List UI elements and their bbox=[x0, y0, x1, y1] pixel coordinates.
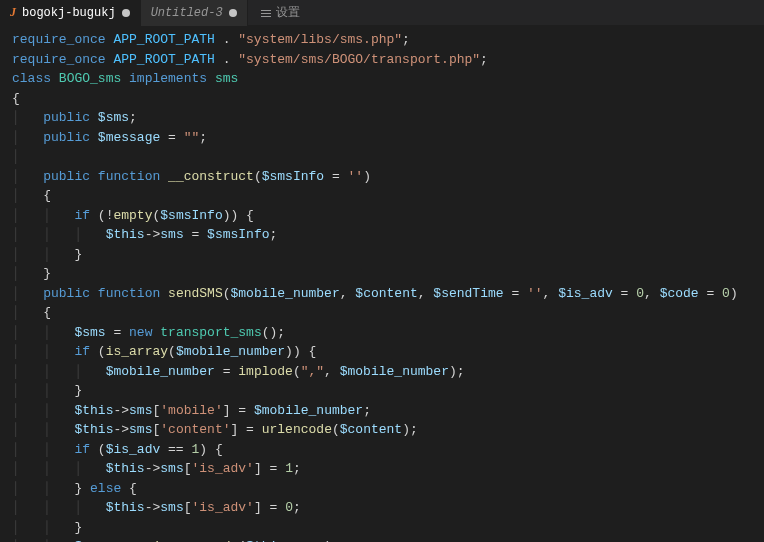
token-var: $smsInfo bbox=[160, 208, 222, 223]
token-punc: ( bbox=[168, 344, 176, 359]
token-const: APP_ROOT_PATH bbox=[113, 52, 214, 67]
file-type-icon: J bbox=[10, 5, 16, 20]
token-kw: class bbox=[12, 71, 51, 86]
code-line[interactable]: │ │ │ $mobile_number = implode(",", $mob… bbox=[12, 362, 764, 382]
code-line[interactable]: │ │ } bbox=[12, 381, 764, 401]
token-brace: } bbox=[74, 247, 82, 262]
token-punc: -> bbox=[145, 500, 161, 515]
token-punc bbox=[90, 130, 98, 145]
code-line[interactable]: │ │ if (!empty($smsInfo)) { bbox=[12, 206, 764, 226]
token-punc: ( bbox=[332, 422, 340, 437]
token-var: sms bbox=[160, 461, 183, 476]
token-var: sms bbox=[160, 500, 183, 515]
token-punc: = bbox=[160, 130, 183, 145]
code-line[interactable]: │ │ $sms = new transport_sms(); bbox=[12, 323, 764, 343]
code-line[interactable]: │ public $message = ""; bbox=[12, 128, 764, 148]
code-line[interactable]: │ public $sms; bbox=[12, 108, 764, 128]
indent-guide: │ bbox=[12, 286, 43, 301]
code-line[interactable]: │ │ } bbox=[12, 245, 764, 265]
token-kw: public bbox=[43, 130, 90, 145]
code-line[interactable]: │ │ $this->sms['content'] = urlencode($c… bbox=[12, 420, 764, 440]
token-kw: new bbox=[129, 325, 152, 340]
code-line[interactable]: require_once APP_ROOT_PATH . "system/lib… bbox=[12, 30, 764, 50]
token-punc: ) { bbox=[199, 442, 222, 457]
token-punc: { bbox=[121, 481, 137, 496]
code-line[interactable]: class BOGO_sms implements sms bbox=[12, 69, 764, 89]
settings-menu[interactable]: 设置 bbox=[254, 4, 306, 21]
token-var: sms bbox=[129, 422, 152, 437]
token-punc: ( bbox=[90, 442, 106, 457]
code-line[interactable]: { bbox=[12, 89, 764, 109]
token-fn: is_array bbox=[106, 344, 168, 359]
code-line[interactable]: │ │ } bbox=[12, 518, 764, 538]
code-line[interactable]: │ public function __construct($smsInfo =… bbox=[12, 167, 764, 187]
token-str: 'is_adv' bbox=[192, 500, 254, 515]
indent-guide: │ bbox=[43, 383, 74, 398]
token-num: 0 bbox=[722, 286, 730, 301]
indent-guide: │ bbox=[43, 344, 74, 359]
token-var: $mobile_number bbox=[254, 403, 363, 418]
indent-guide: │ bbox=[12, 169, 43, 184]
indent-guide: │ bbox=[12, 247, 43, 262]
token-str: 'content' bbox=[160, 422, 230, 437]
indent-guide: │ bbox=[43, 227, 74, 242]
token-var: $this bbox=[106, 227, 145, 242]
indent-guide: │ bbox=[12, 481, 43, 496]
token-punc: ; bbox=[270, 227, 278, 242]
code-line[interactable]: │ │ if (is_array($mobile_number)) { bbox=[12, 342, 764, 362]
code-line[interactable]: │ │ │ $this->sms['is_adv'] = 0; bbox=[12, 498, 764, 518]
token-punc: = bbox=[699, 286, 722, 301]
token-punc: ( bbox=[223, 286, 231, 301]
token-punc: ( bbox=[90, 344, 106, 359]
token-str: '' bbox=[348, 169, 364, 184]
token-punc: = bbox=[613, 286, 636, 301]
token-punc: ; bbox=[293, 461, 301, 476]
code-line[interactable]: │ │ │ $this->sms = $smsInfo; bbox=[12, 225, 764, 245]
token-fn: urlencode bbox=[262, 422, 332, 437]
code-line[interactable]: │ │ │ $this->sms['is_adv'] = 1; bbox=[12, 459, 764, 479]
token-punc bbox=[207, 71, 215, 86]
indent-guide: │ bbox=[43, 461, 74, 476]
code-line[interactable]: │ { bbox=[12, 186, 764, 206]
indent-guide: │ bbox=[12, 130, 43, 145]
token-kw: require_once bbox=[12, 52, 106, 67]
token-punc: = bbox=[324, 169, 347, 184]
indent-guide: │ bbox=[12, 383, 43, 398]
token-punc: ; bbox=[199, 130, 207, 145]
code-line[interactable]: │ } bbox=[12, 264, 764, 284]
code-line[interactable]: │ { bbox=[12, 303, 764, 323]
indent-guide: │ bbox=[43, 520, 74, 535]
token-punc: )) { bbox=[285, 344, 316, 359]
code-line[interactable]: │ │ if ($is_adv == 1) { bbox=[12, 440, 764, 460]
code-line[interactable]: │ │ $this->sms['mobile'] = $mobile_numbe… bbox=[12, 401, 764, 421]
token-brace: { bbox=[43, 188, 51, 203]
indent-guide: │ bbox=[12, 208, 43, 223]
code-line[interactable]: │ │ $params = json_encode($this->sms); bbox=[12, 537, 764, 542]
indent-guide: │ bbox=[43, 422, 74, 437]
tab-file-1[interactable]: J bogokj-bugukj bbox=[0, 0, 141, 26]
code-line[interactable]: │ bbox=[12, 147, 764, 167]
token-str: "system/libs/sms.php" bbox=[238, 32, 402, 47]
token-punc: ( bbox=[293, 364, 301, 379]
indent-guide: │ bbox=[12, 422, 43, 437]
token-punc: -> bbox=[113, 403, 129, 418]
token-punc: , bbox=[418, 286, 434, 301]
code-line[interactable]: │ public function sendSMS($mobile_number… bbox=[12, 284, 764, 304]
code-line[interactable]: │ │ } else { bbox=[12, 479, 764, 499]
token-var: $content bbox=[340, 422, 402, 437]
token-punc: ] = bbox=[231, 422, 262, 437]
token-fn: __construct bbox=[168, 169, 254, 184]
token-punc bbox=[160, 169, 168, 184]
token-fn: implode bbox=[238, 364, 293, 379]
token-var: $is_adv bbox=[106, 442, 161, 457]
token-var: $sms bbox=[74, 325, 105, 340]
code-editor[interactable]: require_once APP_ROOT_PATH . "system/lib… bbox=[0, 26, 764, 542]
code-line[interactable]: require_once APP_ROOT_PATH . "system/sms… bbox=[12, 50, 764, 70]
tab-bar: J bogokj-bugukj Untitled-3 设置 bbox=[0, 0, 764, 26]
token-var: $mobile_number bbox=[231, 286, 340, 301]
tab-file-2[interactable]: Untitled-3 bbox=[141, 0, 248, 26]
token-punc: ; bbox=[129, 110, 137, 125]
token-brace: { bbox=[12, 91, 20, 106]
token-str: "," bbox=[301, 364, 324, 379]
token-const: APP_ROOT_PATH bbox=[113, 32, 214, 47]
